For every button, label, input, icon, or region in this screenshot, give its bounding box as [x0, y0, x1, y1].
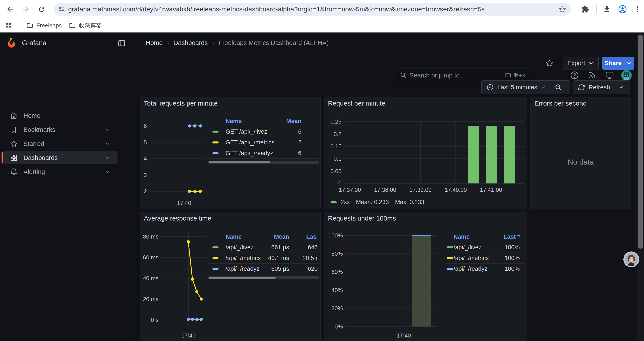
apps-grid-button[interactable] [4, 20, 14, 31]
panel-title[interactable]: Average response time [144, 215, 211, 222]
panel-average-response-time: Average response time 80 ms60 ms40 ms20 … [140, 212, 321, 341]
sidebar-nav: Home Bookmarks Starred Dashboards Alerti… [0, 53, 131, 341]
scrollbar-thumb[interactable] [638, 35, 643, 249]
chevron-down-icon [618, 85, 624, 90]
page-scrollbar[interactable] [637, 33, 644, 341]
legend-table[interactable]: NameMeanLas/api/_/livez661 µs646/api/_/m… [208, 232, 319, 279]
refresh-icon [578, 84, 585, 91]
sidebar-item-dashboards[interactable]: Dashboards [2, 151, 118, 164]
bookmark-star-icon[interactable] [559, 6, 566, 13]
svg-text:80 ms: 80 ms [143, 233, 158, 240]
assistant-avatar-image [624, 253, 638, 266]
series-swatch [212, 246, 218, 248]
series-max: Max: 0.233 [395, 199, 424, 206]
star-outline-icon [545, 59, 554, 67]
time-range-label: Last 5 minutes [497, 84, 537, 91]
legend-row[interactable]: /api/_/readyz100% [445, 263, 524, 274]
url-bar[interactable]: grafana.mathmast.com/d/deytv4rwavabkb/fr… [54, 3, 571, 16]
news-button[interactable] [587, 70, 597, 80]
help-icon [570, 71, 579, 80]
svg-text:60 ms: 60 ms [143, 254, 158, 261]
svg-text:0: 0 [338, 180, 342, 187]
panel-title[interactable]: Requests under 100ms [328, 215, 396, 222]
sidebar-item-bookmarks[interactable]: Bookmarks [2, 123, 118, 136]
forward-icon [22, 5, 30, 14]
series-name[interactable]: 2xx [341, 199, 350, 206]
profile-icon [618, 5, 627, 14]
svg-text:0.15: 0.15 [330, 143, 342, 150]
user-avatar[interactable] [621, 70, 632, 81]
svg-text:60%: 60% [332, 269, 343, 275]
export-button[interactable]: Export [563, 57, 599, 70]
breadcrumb-dashboards[interactable]: Dashboards [174, 39, 208, 47]
extensions-icon[interactable] [580, 4, 590, 15]
back-button[interactable] [5, 4, 15, 15]
zoom-out-button[interactable] [551, 81, 566, 94]
floating-assistant-avatar[interactable] [624, 251, 639, 267]
legend-row[interactable]: GET /api/_/metrics2 [208, 137, 319, 148]
legend-row[interactable]: /api/_/livez661 µs646 [208, 242, 319, 253]
breadcrumb-home[interactable]: Home [146, 39, 163, 47]
help-button[interactable] [570, 70, 580, 80]
chart-svg: 0.250.20.150.10.05017:37:0017:38:0017:39… [324, 110, 528, 197]
chevron-down-icon[interactable] [104, 155, 110, 162]
chart-svg: 80 ms60 ms40 ms20 ms0 s17:40 [140, 225, 214, 341]
chevron-down-icon[interactable] [104, 141, 110, 147]
refresh-interval-button[interactable] [615, 81, 627, 94]
sidebar-item-starred[interactable]: Starred [2, 137, 118, 150]
legend-row[interactable]: /api/_/readyz605 µs620 [208, 263, 319, 274]
chevron-down-icon[interactable] [104, 127, 110, 133]
legend-table[interactable]: NameLast */api/_/livez100%/api/_/metrics… [445, 232, 524, 274]
breadcrumb-current: Freeleaps Metrics Dashboard (ALPHA) [218, 39, 329, 47]
share-menu-button[interactable] [624, 57, 634, 70]
bookmark-folder-freeleaps[interactable]: Freeleaps [23, 20, 65, 31]
forward-button[interactable] [20, 4, 31, 15]
downloads-button[interactable] [602, 4, 612, 15]
grafana-brand[interactable]: Grafana [22, 39, 46, 47]
grafana-logo[interactable] [6, 37, 17, 49]
legend-header: NameLast * [445, 232, 524, 242]
svg-text:17:40: 17:40 [396, 332, 411, 339]
legend-row[interactable]: /api/_/metrics40.1 ms20.5 r [208, 253, 319, 263]
average-response-time-chart: 80 ms60 ms40 ms20 ms0 s17:40 [140, 225, 214, 341]
kiosk-mode-button[interactable] [604, 70, 615, 80]
panel-title[interactable]: Errors per second [534, 100, 586, 107]
chevron-down-icon [588, 60, 594, 66]
profile-button[interactable] [617, 4, 628, 15]
sidebar-item-label: Alerting [24, 168, 45, 176]
dock-menu-button[interactable] [118, 39, 126, 48]
series-swatch [330, 201, 337, 203]
panel-title[interactable]: Request per minute [328, 100, 385, 107]
refresh-button[interactable]: Refresh [573, 81, 615, 94]
legend-row[interactable]: GET /api/_/livez6 [208, 126, 319, 137]
chevron-down-icon[interactable] [104, 169, 110, 176]
svg-text:100%: 100% [328, 232, 343, 239]
sidebar-item-alerting[interactable]: Alerting [2, 165, 118, 178]
sidebar-item-home[interactable]: Home [2, 109, 118, 122]
legend-row[interactable]: /api/_/livez100% [445, 242, 524, 253]
legend-row[interactable]: GET /api/_/readyz6 [208, 148, 319, 158]
legend-row[interactable]: /api/_/metrics100% [445, 253, 524, 263]
favorite-dashboard-button[interactable] [545, 59, 554, 68]
bookmark-folder-blogs[interactable]: 收藏博客 [66, 20, 105, 31]
dock-panel-icon [118, 39, 126, 47]
series-swatch [447, 246, 453, 248]
share-button[interactable]: Share [602, 57, 624, 70]
legend-scrollbar[interactable] [208, 276, 319, 279]
sidebar-item-label: Home [24, 112, 40, 119]
home-icon [10, 112, 18, 120]
bookmarks-bar: Freeleaps 收藏博客 [0, 19, 644, 33]
site-settings-icon[interactable] [58, 6, 65, 13]
legend-scrollbar[interactable] [208, 161, 319, 164]
browser-menu-button[interactable] [632, 4, 643, 15]
legend-table[interactable]: NameMeanGET /api/_/livez6GET /api/_/metr… [208, 116, 319, 164]
time-range-picker[interactable]: Last 5 minutes [482, 81, 551, 94]
svg-text:17:40:00: 17:40:00 [444, 187, 467, 193]
svg-text:3: 3 [144, 172, 147, 178]
reload-button[interactable] [36, 4, 47, 15]
series-legend[interactable]: 2xx Mean: 0.233 Max: 0.233 [330, 199, 430, 206]
series-swatch [447, 257, 453, 259]
svg-text:0%: 0% [334, 323, 343, 330]
apps-grid-icon [5, 22, 12, 29]
panel-title[interactable]: Total requests per minute [144, 100, 218, 107]
